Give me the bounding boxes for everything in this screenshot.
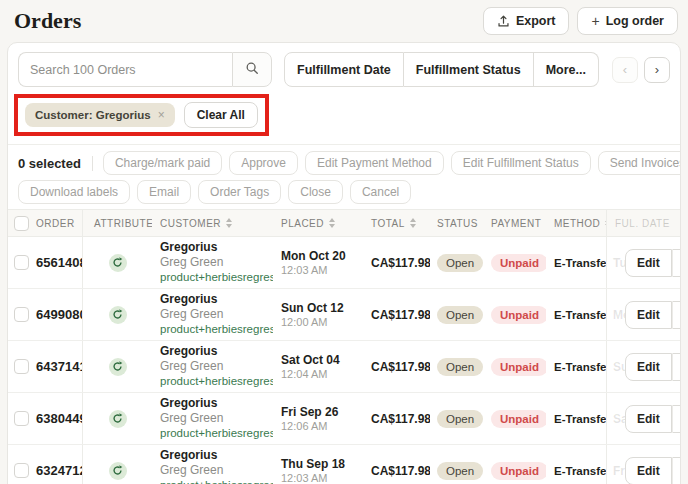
customer-cell: Gregorius Greg Green product+herbiesregr… [152, 237, 273, 288]
customer-cell: Gregorius Greg Green product+herbiesregr… [152, 341, 273, 392]
payment-badge: Unpaid [491, 306, 546, 324]
total-cell: CA$117.98 [365, 237, 430, 288]
customer-cell: Gregorius Greg Green product+herbiesregr… [152, 445, 273, 484]
filter-more[interactable]: More... [534, 52, 599, 87]
payment-cell: Unpaid [485, 341, 546, 392]
export-button[interactable]: Export [483, 7, 570, 35]
customer-cell: Gregorius Greg Green product+herbiesregr… [152, 289, 273, 340]
total-cell: CA$117.98 [365, 393, 430, 444]
edit-button[interactable]: Edit [625, 457, 672, 484]
table-body: 6561408 Gregorius Greg Green product+her… [8, 237, 680, 484]
order-total: CA$117.98 [371, 256, 430, 270]
order-total: CA$117.98 [371, 464, 430, 478]
method-cell: E-Transfer [546, 341, 606, 392]
download-labels-button[interactable]: Download labels [18, 180, 130, 204]
order-tags-button[interactable]: Order Tags [198, 180, 281, 204]
row-checkbox[interactable] [14, 463, 29, 478]
cancel-button[interactable]: Cancel [350, 180, 411, 204]
prev-page-button[interactable]: ‹ [612, 57, 638, 83]
bulk-actions-row-1: 0 selected Charge/mark paid Approve Edit… [18, 151, 670, 175]
subscription-recurring-icon [109, 462, 127, 480]
orders-table: ORDER ATTRIBUTE CUSTOMER PLACED TOTAL ST… [8, 209, 680, 484]
row-actions: Edit ··· [625, 249, 681, 277]
sort-icon[interactable] [410, 218, 416, 228]
placed-cell: Mon Oct 20 12:03 AM [273, 237, 365, 288]
customer-email-link[interactable]: product+herbiesregres... [160, 426, 273, 441]
row-more-button[interactable]: ··· [672, 353, 681, 381]
clear-all-button[interactable]: Clear All [184, 102, 258, 128]
filter-chip-customer[interactable]: Customer: Gregorius × [25, 103, 175, 127]
subscription-recurring-icon [109, 306, 127, 324]
payment-method: E-Transfer [554, 361, 606, 373]
order-number: 6499080 [36, 307, 83, 322]
next-page-button[interactable]: › [644, 57, 670, 83]
edit-button[interactable]: Edit [625, 405, 672, 433]
edit-button[interactable]: Edit [625, 249, 672, 277]
placed-cell: Sat Oct 04 12:04 AM [273, 341, 365, 392]
customer-email-link[interactable]: product+herbiesregres... [160, 322, 273, 337]
row-checkbox[interactable] [14, 411, 29, 426]
send-invoices-button[interactable]: Send Invoices [598, 151, 681, 175]
order-number: 6437141 [36, 359, 83, 374]
total-cell: CA$117.98 [365, 445, 430, 484]
status-cell: Open [430, 289, 485, 340]
edit-fulfillment-status-button[interactable]: Edit Fulfillment Status [451, 151, 591, 175]
search-input[interactable] [18, 52, 232, 87]
placed-time: 12:04 AM [281, 368, 340, 381]
select-all-checkbox[interactable] [14, 216, 29, 231]
table-row: 6561408 Gregorius Greg Green product+her… [8, 237, 680, 289]
table-row: 6380449 Gregorius Greg Green product+her… [8, 393, 680, 445]
placed-date: Fri Sep 26 [281, 405, 338, 420]
customer-cell: Gregorius Greg Green product+herbiesregr… [152, 393, 273, 444]
edit-payment-method-button[interactable]: Edit Payment Method [305, 151, 444, 175]
filter-fulfillment-status[interactable]: Fulfillment Status [404, 52, 534, 87]
customer-email-link[interactable]: product+herbiesregres... [160, 374, 273, 389]
table-row: 6324712 Gregorius Greg Green product+her… [8, 445, 680, 484]
charge-mark-paid-button[interactable]: Charge/mark paid [103, 151, 222, 175]
customer-name: Greg Green [160, 463, 273, 478]
column-header-attribute: ATTRIBUTE [83, 210, 152, 236]
column-header-ful-date: FUL. DATE [606, 210, 680, 236]
attribute-cell [83, 237, 152, 288]
subscription-recurring-icon [109, 254, 127, 272]
page-title: Orders [14, 8, 81, 34]
placed-cell: Sun Oct 12 12:00 AM [273, 289, 365, 340]
sort-icon[interactable] [226, 218, 232, 228]
order-number: 6380449 [36, 411, 83, 426]
placed-cell: Fri Sep 26 12:06 AM [273, 393, 365, 444]
method-cell: E-Transfer [546, 445, 606, 484]
status-cell: Open [430, 237, 485, 288]
payment-badge: Unpaid [491, 462, 546, 480]
email-button[interactable]: Email [137, 180, 191, 204]
order-cell: 6561408 [8, 237, 83, 288]
status-badge: Open [437, 358, 483, 376]
row-more-button[interactable]: ··· [672, 249, 681, 277]
filter-fulfillment-date[interactable]: Fulfillment Date [284, 52, 404, 87]
row-checkbox[interactable] [14, 255, 29, 270]
row-checkbox[interactable] [14, 359, 29, 374]
customer-name: Greg Green [160, 255, 273, 270]
log-order-label: Log order [606, 14, 664, 28]
customer-name: Greg Green [160, 307, 273, 322]
row-more-button[interactable]: ··· [672, 405, 681, 433]
attribute-cell [83, 341, 152, 392]
edit-button[interactable]: Edit [625, 301, 672, 329]
placed-time: 12:03 AM [281, 264, 346, 277]
search-button[interactable] [232, 52, 272, 87]
row-more-button[interactable]: ··· [672, 457, 681, 484]
row-more-button[interactable]: ··· [672, 301, 681, 329]
total-cell: CA$117.98 [365, 289, 430, 340]
approve-button[interactable]: Approve [229, 151, 298, 175]
edit-button[interactable]: Edit [625, 353, 672, 381]
column-header-total: TOTAL [365, 210, 430, 236]
sort-icon[interactable] [329, 218, 335, 228]
customer-company: Gregorius [160, 448, 273, 463]
close-button[interactable]: Close [288, 180, 343, 204]
log-order-button[interactable]: + Log order [577, 7, 678, 35]
remove-filter-icon[interactable]: × [158, 108, 165, 122]
customer-email-link[interactable]: product+herbiesregres... [160, 270, 273, 285]
order-number: 6324712 [36, 463, 83, 478]
row-checkbox[interactable] [14, 307, 29, 322]
column-header-payment: PAYMENT [485, 210, 546, 236]
customer-email-link[interactable]: product+herbiesregres... [160, 478, 273, 484]
